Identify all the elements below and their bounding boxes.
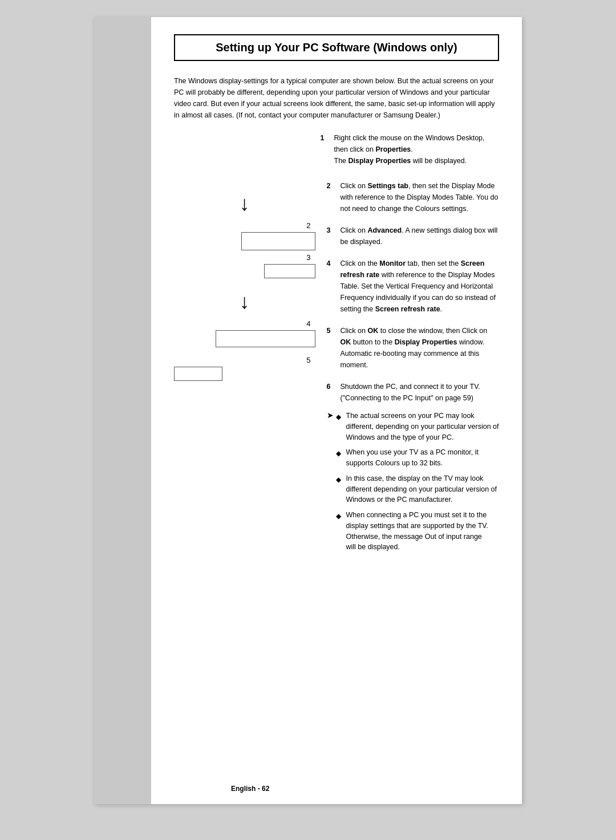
- dialog-box-4: [216, 330, 315, 347]
- bullet-group-header: ➤ ◆ The actual screens on your PC may lo…: [327, 411, 500, 557]
- step-4: 4 Click on the Monitor tab, then set the…: [327, 258, 500, 315]
- step-1-number: 1: [321, 132, 330, 167]
- sidebar-top-gray: [94, 17, 151, 100]
- bullet-4: ◆ When connecting a PC you must set it t…: [336, 510, 500, 553]
- arrow-right-icon: ➤: [327, 411, 334, 420]
- arrow-down-1: ↓: [174, 192, 315, 216]
- left-sidebar: [94, 17, 151, 804]
- diagram-nums: 2 3: [174, 221, 315, 278]
- diagram-step2: 2 3: [174, 221, 315, 278]
- bullet-2: ◆ When you use your TV as a PC monitor, …: [336, 447, 500, 469]
- bullet-diamond-3: ◆: [336, 474, 343, 485]
- spacer-left: [174, 132, 321, 175]
- steps-column: 2 Click on Settings tab, then set the Di…: [327, 180, 500, 562]
- diagram-nums-4: 4: [174, 319, 315, 350]
- bullet-4-text: When connecting a PC you must set it to …: [346, 510, 500, 553]
- step1-section: 1 Right click the mouse on the Windows D…: [174, 132, 499, 175]
- diagram-label-4: 4: [306, 319, 315, 328]
- intro-paragraph: The Windows display-settings for a typic…: [174, 75, 499, 121]
- bullet-1: ◆ The actual screens on your PC may look…: [336, 411, 500, 443]
- diagram-label-2: 2: [306, 221, 315, 230]
- step-1-text: Right click the mouse on the Windows Des…: [334, 132, 500, 167]
- diagram-label-3: 3: [306, 253, 315, 262]
- step-1: 1 Right click the mouse on the Windows D…: [321, 132, 500, 167]
- bullet-section: ➤ ◆ The actual screens on your PC may lo…: [327, 411, 500, 557]
- page-title: Setting up Your PC Software (Windows onl…: [187, 41, 487, 54]
- step-3-text: Click on Advanced. A new settings dialog…: [341, 225, 500, 247]
- diagram-label-5: 5: [306, 356, 315, 364]
- bullet-group: ◆ The actual screens on your PC may look…: [336, 411, 500, 557]
- step-3: 3 Click on Advanced. A new settings dial…: [327, 225, 500, 247]
- step-2-text: Click on Settings tab, then set the Disp…: [341, 180, 500, 214]
- bullet-3: ◆ In this case, the display on the TV ma…: [336, 473, 500, 505]
- diagram-step5: 5: [174, 356, 315, 381]
- step-3-number: 3: [327, 225, 336, 247]
- footer-text: English - 62: [231, 785, 269, 793]
- step-6-text: Shutdown the PC, and connect it to your …: [341, 381, 500, 404]
- step1-right: 1 Right click the mouse on the Windows D…: [321, 132, 500, 175]
- bullet-diamond-2: ◆: [336, 448, 343, 458]
- step-5-text: Click on OK to close the window, then Cl…: [341, 325, 500, 371]
- dialog-row-3: [174, 264, 315, 278]
- bullet-diamond-1: ◆: [336, 412, 343, 422]
- bullet-3-text: In this case, the display on the TV may …: [346, 473, 500, 505]
- bullet-diamond-4: ◆: [336, 511, 343, 521]
- title-box: Setting up Your PC Software (Windows onl…: [174, 34, 499, 61]
- step-2-number: 2: [327, 180, 336, 214]
- main-two-column: ↓ 2 3 ↓ 4: [174, 180, 499, 562]
- dialog-box-5: [174, 367, 222, 381]
- step-2: 2 Click on Settings tab, then set the Di…: [327, 180, 500, 214]
- diagram-column: ↓ 2 3 ↓ 4: [174, 180, 315, 562]
- bullet-1-text: The actual screens on your PC may look d…: [346, 411, 500, 443]
- arrow-down-2: ↓: [174, 290, 315, 314]
- step-5-number: 5: [327, 325, 336, 371]
- step-6-number: 6: [327, 381, 336, 404]
- page: Setting up Your PC Software (Windows onl…: [94, 17, 522, 804]
- diagram-nums-5: 5: [174, 356, 315, 381]
- diagram-step4: 4: [174, 319, 315, 350]
- step-4-text: Click on the Monitor tab, then set the S…: [341, 258, 500, 315]
- dialog-box-2: [241, 232, 315, 250]
- footer: English - 62: [208, 784, 269, 793]
- step-4-number: 4: [327, 258, 336, 315]
- page-content: Setting up Your PC Software (Windows onl…: [151, 17, 522, 804]
- dialog-box-3: [264, 264, 315, 278]
- step-5: 5 Click on OK to close the window, then …: [327, 325, 500, 371]
- dialog-row-5: [174, 367, 315, 381]
- bullet-2-text: When you use your TV as a PC monitor, it…: [346, 447, 500, 469]
- step-6: 6 Shutdown the PC, and connect it to you…: [327, 381, 500, 404]
